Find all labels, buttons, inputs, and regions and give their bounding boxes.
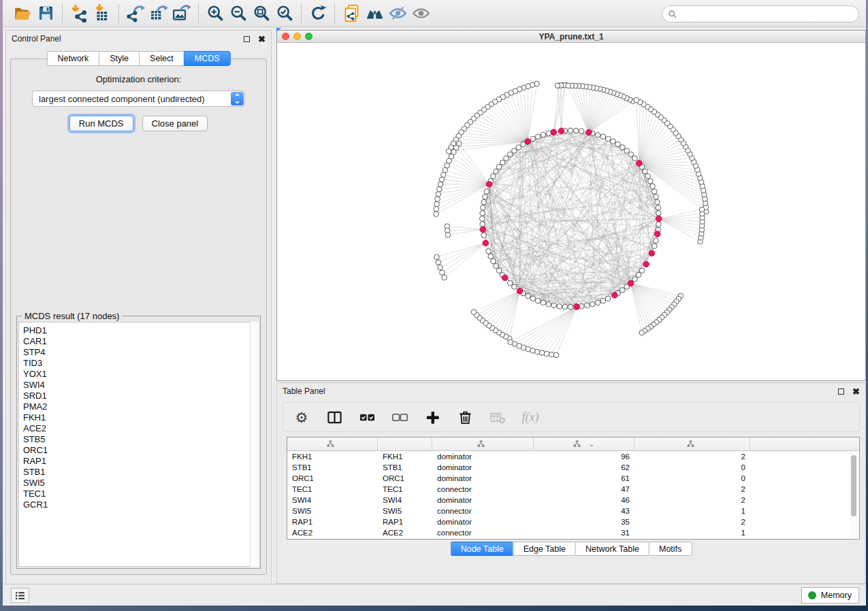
table-row[interactable]: ACE2ACE2connector311	[287, 527, 859, 538]
tab-network[interactable]: Network	[46, 51, 99, 66]
mcds-result-item[interactable]: TID3	[23, 358, 258, 369]
mcds-result-item[interactable]: ACE2	[23, 423, 258, 434]
memory-status-icon	[808, 591, 816, 599]
float-table-panel-icon[interactable]	[838, 389, 844, 395]
tab-style[interactable]: Style	[99, 51, 139, 66]
table-row[interactable]: FKH1FKH1dominator962	[287, 451, 859, 462]
zoom-selected-button[interactable]	[273, 3, 296, 24]
table-row[interactable]: SWI5SWI5connector431	[287, 506, 859, 516]
show-hide-button[interactable]	[409, 3, 432, 24]
mcds-result-item[interactable]: STP4	[23, 347, 258, 358]
mcds-result-item[interactable]: FKH1	[23, 412, 258, 423]
deselect-all-button[interactable]	[391, 408, 408, 426]
search-objects-button[interactable]	[363, 3, 386, 24]
mcds-result-item[interactable]: RAP1	[23, 456, 258, 467]
close-table-panel-icon[interactable]: ✖	[852, 387, 860, 396]
mcds-result-item[interactable]: PHD1	[23, 325, 258, 336]
tab-select[interactable]: Select	[139, 51, 184, 66]
network-file-button[interactable]	[340, 3, 363, 24]
table-row[interactable]: YOX1YOX1connector291	[287, 538, 859, 540]
mcds-result-item[interactable]: SRD1	[23, 391, 258, 401]
task-history-button[interactable]	[11, 588, 29, 603]
tab-mcds[interactable]: MCDS	[184, 51, 231, 66]
mcds-result-list[interactable]: PHD1CAR1STP4TID3YOX1SWI4SRD1PMA2FKH1ACE2…	[18, 322, 259, 567]
tab-motifs[interactable]: Motifs	[649, 542, 692, 556]
column-header-shared-name[interactable]	[287, 437, 378, 450]
float-panel-icon[interactable]	[244, 36, 250, 42]
column-header-predecessor-nodes[interactable]	[634, 437, 750, 450]
eye-icon	[412, 4, 430, 22]
refresh-button[interactable]	[306, 3, 329, 24]
zoom-fit-button[interactable]	[250, 3, 273, 24]
column-header-MCDS-role[interactable]	[432, 437, 534, 450]
cell-name: STB1	[378, 463, 432, 472]
export-table-button[interactable]	[147, 3, 170, 24]
zoom-out-button[interactable]	[227, 3, 250, 24]
table-row[interactable]: RAP1RAP1dominator352	[287, 516, 859, 527]
export-network-button[interactable]	[124, 3, 147, 24]
delete-column-button[interactable]	[456, 408, 474, 426]
table-scrollbar[interactable]	[850, 452, 858, 538]
task-list-icon	[14, 590, 26, 601]
table-panel: Table Panel ✖ ⚙f(x) ⌄ FKH1FKH1dominator9…	[276, 382, 866, 584]
column-header-name[interactable]	[378, 437, 432, 450]
import-table-button[interactable]	[91, 3, 114, 24]
export-image-button[interactable]	[170, 3, 193, 24]
import-network-button[interactable]	[67, 3, 91, 24]
add-column-button[interactable]	[423, 408, 441, 426]
import-network-icon	[70, 4, 89, 22]
toggle-graphics-details-button[interactable]	[386, 3, 409, 24]
tab-network-table[interactable]: Network Table	[575, 542, 649, 556]
tab-edge-table[interactable]: Edge Table	[513, 542, 575, 556]
mcds-result-item[interactable]: STB5	[23, 434, 258, 445]
mcds-result-item[interactable]: TEC1	[23, 489, 258, 499]
open-file-button[interactable]	[11, 3, 34, 24]
cell-shared-name: ACE2	[287, 529, 378, 537]
cell-successor-nodes: 96	[534, 452, 634, 461]
table-row[interactable]: TEC1TEC1connector472	[287, 484, 859, 495]
run-mcds-button[interactable]: Run MCDS	[69, 116, 133, 131]
table-settings-button[interactable]: ⚙	[293, 408, 310, 426]
save-session-button[interactable]	[34, 3, 57, 24]
export-image-icon	[173, 4, 191, 22]
cell-successor-nodes: 43	[534, 507, 634, 515]
search-box[interactable]	[662, 5, 859, 22]
dropdown-stepper-icon	[231, 92, 244, 105]
trash-icon	[457, 410, 473, 425]
close-panel-icon[interactable]: ✖	[258, 35, 266, 44]
tab-node-table[interactable]: Node Table	[451, 542, 513, 556]
network-window-title: YPA_prune.txt_1	[277, 32, 865, 42]
control-panel-header: Control Panel ✖	[6, 31, 271, 47]
cell-predecessor-nodes: 0	[634, 474, 750, 482]
close-panel-button[interactable]: Close panel	[142, 116, 208, 131]
mcds-result-item[interactable]: CAR1	[23, 336, 258, 347]
search-input[interactable]	[677, 7, 858, 21]
select-all-button[interactable]	[358, 408, 376, 426]
network-canvas[interactable]	[277, 43, 865, 380]
table-scrollbar-thumb[interactable]	[851, 455, 856, 516]
check-all-icon	[359, 410, 375, 425]
mcds-result-item[interactable]: GCR1	[23, 499, 258, 510]
mcds-result-item[interactable]: ORC1	[23, 445, 258, 456]
mcds-result-item[interactable]: YOX1	[23, 369, 258, 380]
zoom-in-button[interactable]	[204, 3, 227, 24]
table-row[interactable]: STB1STB1dominator620	[287, 462, 859, 473]
cell-shared-name: SWI4	[287, 496, 378, 504]
network-window-titlebar[interactable]: YPA_prune.txt_1	[277, 31, 865, 43]
toggle-panel-layout-button[interactable]	[325, 408, 343, 426]
memory-button[interactable]: Memory	[801, 587, 859, 604]
cell-successor-nodes: 35	[534, 518, 634, 526]
columns-icon	[327, 410, 342, 425]
mcds-result-item[interactable]: SWI5	[23, 478, 258, 489]
mcds-result-item[interactable]: PMA2	[23, 401, 258, 412]
cell-predecessor-nodes: 1	[634, 529, 750, 537]
hide-columns-button	[489, 408, 507, 426]
cell-name: RAP1	[378, 518, 432, 526]
table-row[interactable]: SWI4SWI4dominator462	[287, 495, 859, 506]
column-header-successor-nodes[interactable]: ⌄	[534, 437, 634, 450]
table-row[interactable]: ORC1ORC1dominator610	[287, 473, 859, 484]
mcds-result-item[interactable]: STB1	[23, 467, 258, 478]
mcds-result-item[interactable]: SWI4	[23, 380, 258, 391]
optimization-criterion-select[interactable]: largest connected component (undirected)	[32, 90, 245, 107]
mcds-list-scrollbar[interactable]	[250, 322, 259, 567]
